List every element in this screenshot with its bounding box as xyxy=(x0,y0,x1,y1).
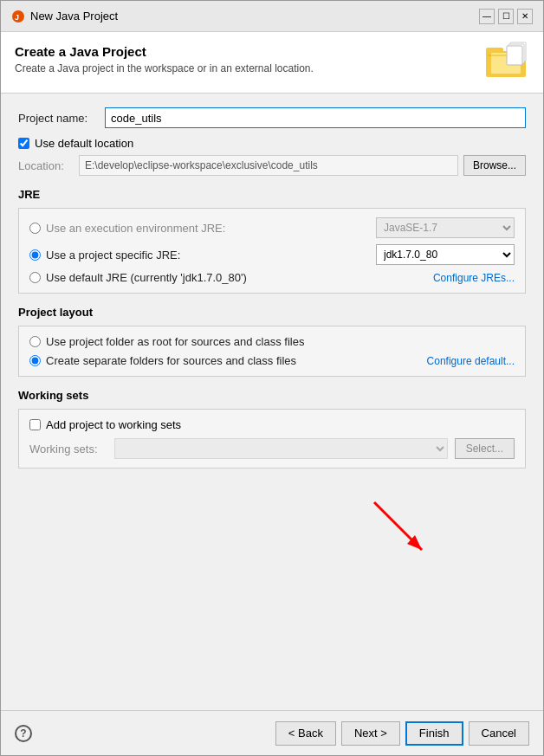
dialog-header: Create a Java Project Create a Java proj… xyxy=(1,32,543,94)
jre-option3-label: Use default JRE (currently 'jdk1.7.0_80'… xyxy=(46,271,247,284)
next-button[interactable]: Next > xyxy=(341,721,400,746)
working-sets-dropdown xyxy=(114,438,448,459)
working-sets-title: Working sets xyxy=(18,389,526,402)
layout-option1-label: Use project folder as root for sources a… xyxy=(46,335,304,348)
add-to-working-sets-row: Add project to working sets xyxy=(29,418,515,431)
jre-execution-environment-radio[interactable] xyxy=(29,223,41,234)
dialog-title: Create a Java Project xyxy=(15,44,314,59)
project-name-label: Project name: xyxy=(18,112,105,125)
help-button[interactable]: ? xyxy=(15,725,32,742)
dialog-footer: ? < Back Next > Finish Cancel xyxy=(1,710,543,755)
location-label: Location: xyxy=(18,159,79,172)
configure-default-link[interactable]: Configure default... xyxy=(427,355,515,367)
window-title: New Java Project xyxy=(30,10,118,23)
add-to-working-sets-checkbox[interactable] xyxy=(29,419,41,430)
jre-option1-label: Use an execution environment JRE: xyxy=(46,222,225,235)
project-name-input[interactable] xyxy=(105,107,526,128)
footer-left: ? xyxy=(15,725,32,742)
layout-option1-row: Use project folder as root for sources a… xyxy=(29,335,515,348)
layout-root-radio[interactable] xyxy=(29,336,41,347)
jre-execution-environment-select: JavaSE-1.7 xyxy=(376,217,515,238)
browse-button[interactable]: Browse... xyxy=(463,155,526,176)
working-sets-label: Working sets: xyxy=(29,443,107,456)
project-layout-section: Use project folder as root for sources a… xyxy=(18,326,526,377)
jre-project-specific-radio[interactable] xyxy=(29,249,41,261)
svg-text:J: J xyxy=(15,13,19,22)
jre-option3-row: Use default JRE (currently 'jdk1.7.0_80'… xyxy=(29,271,515,284)
layout-option2-label: Create separate folders for sources and … xyxy=(46,354,296,367)
working-sets-section: Add project to working sets Working sets… xyxy=(18,409,526,468)
dialog-content: Project name: Use default location Locat… xyxy=(1,94,543,710)
jre-option2-label: Use a project specific JRE: xyxy=(46,249,180,262)
back-button[interactable]: < Back xyxy=(275,721,336,746)
footer-buttons: < Back Next > Finish Cancel xyxy=(275,721,529,746)
maximize-button[interactable]: ☐ xyxy=(498,9,514,24)
close-button[interactable]: ✕ xyxy=(517,9,533,24)
configure-jres-link[interactable]: Configure JREs... xyxy=(433,272,515,284)
use-default-location-row: Use default location xyxy=(18,137,526,150)
use-default-location-label: Use default location xyxy=(35,137,133,150)
select-button[interactable]: Select... xyxy=(455,438,515,459)
cancel-button[interactable]: Cancel xyxy=(469,721,529,746)
add-to-working-sets-label: Add project to working sets xyxy=(46,418,181,431)
location-row: Location: Browse... xyxy=(18,155,526,176)
working-sets-select-row: Working sets: Select... xyxy=(29,438,515,459)
jre-section: Use an execution environment JRE: JavaSE… xyxy=(18,208,526,294)
jre-option1-row: Use an execution environment JRE: JavaSE… xyxy=(29,217,515,238)
project-layout-title: Project layout xyxy=(18,306,526,319)
minimize-button[interactable]: — xyxy=(479,9,495,24)
svg-rect-8 xyxy=(507,46,522,65)
jre-default-radio[interactable] xyxy=(29,272,41,283)
dialog-window: J New Java Project — ☐ ✕ Create a Java P… xyxy=(0,0,544,756)
project-name-row: Project name: xyxy=(18,107,526,128)
layout-option2-row: Create separate folders for sources and … xyxy=(29,354,515,367)
jre-section-title: JRE xyxy=(18,188,526,201)
finish-button[interactable]: Finish xyxy=(405,721,463,746)
location-input xyxy=(79,155,458,176)
use-default-location-checkbox[interactable] xyxy=(18,138,29,149)
header-text: Create a Java Project Create a Java proj… xyxy=(15,44,314,74)
arrow-area xyxy=(18,481,526,585)
layout-separate-folders-radio[interactable] xyxy=(29,355,41,366)
titlebar-left: J New Java Project xyxy=(11,10,118,23)
titlebar: J New Java Project — ☐ ✕ xyxy=(1,1,543,32)
jre-option2-row: Use a project specific JRE: jdk1.7.0_80 xyxy=(29,244,515,265)
finish-arrow xyxy=(357,494,444,572)
dialog-subtitle: Create a Java project in the workspace o… xyxy=(15,62,314,74)
titlebar-controls: — ☐ ✕ xyxy=(479,9,533,24)
folder-icon xyxy=(484,41,529,81)
jre-project-specific-select[interactable]: jdk1.7.0_80 xyxy=(376,244,515,265)
window-icon: J xyxy=(11,10,25,23)
